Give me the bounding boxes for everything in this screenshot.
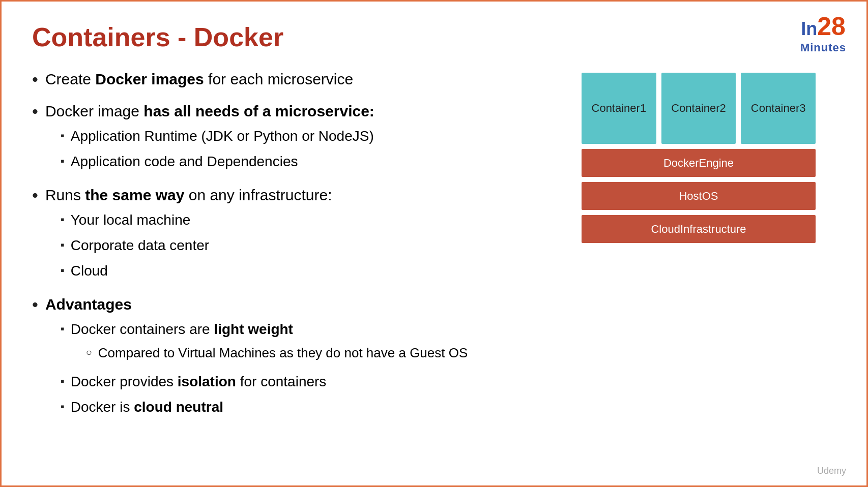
container3-box: Container3: [741, 73, 816, 144]
sub-text: Cloud: [71, 260, 108, 282]
host-os-label: HostOS: [679, 190, 718, 203]
container2-label: Container2: [671, 102, 726, 115]
list-item: Docker containers are light weight Compa…: [61, 319, 468, 367]
bold-text: has all needs of a microservice:: [143, 103, 374, 119]
cloud-infra-label: CloudInfrastructure: [651, 223, 746, 236]
list-item: Corporate data center: [61, 235, 332, 256]
sub-text: Docker provides isolation for containers: [71, 371, 327, 392]
sub-text: Application Runtime (JDK or Python or No…: [71, 126, 374, 147]
bullet-text: Runs the same way on any infrastructure:…: [45, 184, 332, 286]
content-area: Create Docker images for each microservi…: [32, 68, 836, 429]
list-item: Cloud: [61, 260, 332, 282]
container1-label: Container1: [592, 102, 647, 115]
sub-list: Your local machine Corporate data center…: [61, 209, 332, 282]
list-item: Application code and Dependencies: [61, 151, 374, 172]
sub-list: Application Runtime (JDK or Python or No…: [61, 126, 374, 172]
list-item: Create Docker images for each microservi…: [32, 68, 561, 93]
bullet-text: Advantages Docker containers are light w…: [45, 293, 468, 422]
container2-box: Container2: [661, 73, 736, 144]
list-item: Advantages Docker containers are light w…: [32, 293, 561, 422]
list-item: Docker is cloud neutral: [61, 397, 468, 418]
logo-28: 28: [817, 12, 846, 41]
bullet-text: Create Docker images for each microservi…: [45, 68, 353, 90]
bold-text: Docker images: [95, 71, 204, 87]
sub-text: Corporate data center: [71, 235, 209, 256]
logo-in: In: [801, 18, 817, 39]
list-item: Runs the same way on any infrastructure:…: [32, 184, 561, 286]
main-list: Create Docker images for each microservi…: [32, 68, 561, 422]
docker-engine-label: DockerEngine: [663, 157, 734, 170]
sub-text: Docker containers are light weight Compa…: [71, 319, 468, 367]
cloud-infra-layer: CloudInfrastructure: [582, 215, 816, 243]
bold-text: light weight: [214, 321, 293, 337]
bullet-text: Docker image has all needs of a microser…: [45, 100, 374, 176]
list-item: Your local machine: [61, 209, 332, 231]
container1-box: Container1: [582, 73, 656, 144]
sub-sub-list: Compared to Virtual Machines as they do …: [86, 343, 468, 363]
bold-text: cloud neutral: [134, 399, 223, 415]
logo-minutes: Minutes: [800, 41, 846, 54]
containers-row: Container1 Container2 Container3: [582, 73, 816, 144]
bold-text: Advantages: [45, 296, 132, 313]
list-item: Docker image has all needs of a microser…: [32, 100, 561, 176]
list-item: Compared to Virtual Machines as they do …: [86, 343, 468, 363]
bold-text: the same way: [85, 187, 184, 203]
sub-text: Docker is cloud neutral: [71, 397, 223, 418]
docker-diagram: Container1 Container2 Container3 DockerE…: [582, 73, 816, 243]
list-item: Docker provides isolation for containers: [61, 371, 468, 392]
watermark: Udemy: [817, 466, 846, 476]
logo-text: In28: [800, 12, 846, 41]
sub-list: Docker containers are light weight Compa…: [61, 319, 468, 418]
slide-title: Containers - Docker: [32, 22, 836, 52]
text-section: Create Docker images for each microservi…: [32, 68, 561, 429]
sub-text: Your local machine: [71, 209, 191, 231]
slide: In28 Minutes Containers - Docker Create …: [2, 2, 866, 485]
logo: In28 Minutes: [800, 12, 846, 54]
docker-engine-layer: DockerEngine: [582, 149, 816, 177]
sub-sub-text: Compared to Virtual Machines as they do …: [98, 343, 468, 363]
diagram-section: Container1 Container2 Container3 DockerE…: [582, 73, 836, 429]
list-item: Application Runtime (JDK or Python or No…: [61, 126, 374, 147]
bold-text: isolation: [178, 374, 236, 389]
sub-text: Application code and Dependencies: [71, 151, 298, 172]
host-os-layer: HostOS: [582, 182, 816, 210]
container3-label: Container3: [751, 102, 806, 115]
